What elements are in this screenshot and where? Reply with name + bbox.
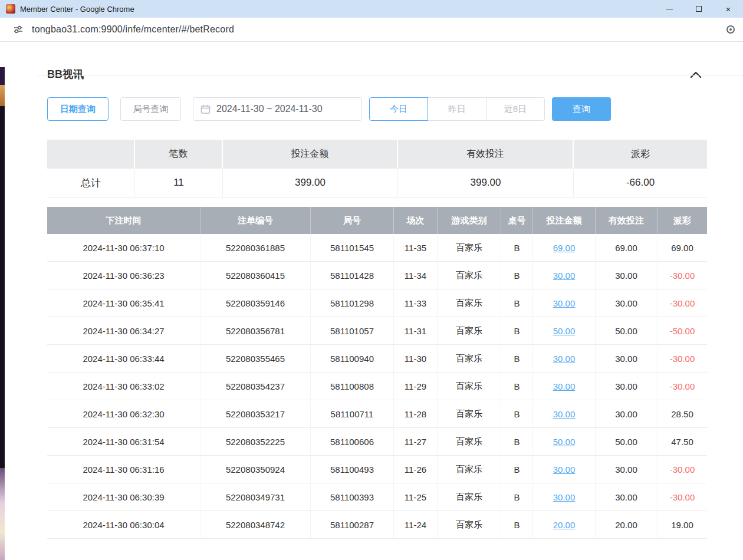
table-cell: -30.00 bbox=[657, 345, 707, 372]
table-cell: 522080356781 bbox=[200, 317, 311, 344]
table-cell: 2024-11-30 06:32:30 bbox=[47, 400, 200, 427]
summary-bet-amount: 399.00 bbox=[223, 169, 398, 197]
table-cell: 581101057 bbox=[311, 317, 394, 344]
table-cell: 522080355465 bbox=[200, 345, 311, 372]
date-range-input[interactable]: 2024-11-30 ~ 2024-11-30 bbox=[193, 97, 362, 121]
table-cell: 30.00 bbox=[596, 400, 657, 427]
summary-header-cell: 有效投注 bbox=[398, 140, 574, 169]
table-cell: 581100606 bbox=[311, 428, 394, 455]
minimize-button[interactable] bbox=[655, 0, 684, 18]
table-cell: 581100711 bbox=[311, 400, 394, 427]
cell-bet-amount: 30.00 bbox=[533, 262, 596, 289]
bet-amount-link[interactable]: 69.00 bbox=[553, 243, 576, 253]
maximize-icon bbox=[696, 6, 702, 12]
bet-amount-link[interactable]: 30.00 bbox=[553, 298, 576, 308]
filter-toolbar: 日期查询 局号查询 2024-11-30 ~ 2024-11-30 今日 昨日 … bbox=[47, 97, 743, 121]
table-cell: 2024-11-30 06:36:23 bbox=[47, 262, 200, 289]
cell-bet-amount: 50.00 bbox=[533, 317, 596, 344]
table-cell: 30.00 bbox=[596, 456, 657, 483]
collapse-chevron-icon[interactable] bbox=[690, 71, 706, 78]
bet-amount-link[interactable]: 20.00 bbox=[553, 520, 576, 530]
table-cell: 2024-11-30 06:30:04 bbox=[47, 511, 200, 538]
table-cell: 69.00 bbox=[657, 234, 707, 261]
table-cell: 2024-11-30 06:34:27 bbox=[47, 317, 200, 344]
bet-amount-link[interactable]: 30.00 bbox=[553, 271, 576, 281]
window-title: Member Center - Google Chrome bbox=[20, 5, 134, 14]
bet-amount-link[interactable]: 30.00 bbox=[553, 465, 576, 475]
cell-bet-amount: 20.00 bbox=[533, 511, 596, 538]
table-cell: 19.00 bbox=[657, 511, 707, 538]
table-cell: 2024-11-30 06:31:16 bbox=[47, 456, 200, 483]
table-cell: 581100493 bbox=[311, 456, 394, 483]
url-text[interactable]: tongbao31.com:9900/infe/mcenter/#/betRec… bbox=[32, 24, 234, 35]
quick-yesterday-button[interactable]: 昨日 bbox=[428, 97, 486, 121]
summary-count: 11 bbox=[135, 169, 223, 197]
table-row: 2024-11-30 06:30:39522080349731581100393… bbox=[47, 483, 707, 511]
bet-amount-link[interactable]: 50.00 bbox=[553, 437, 576, 447]
cell-bet-amount: 50.00 bbox=[533, 428, 596, 455]
table-cell: B bbox=[501, 511, 533, 538]
table-cell: 11-27 bbox=[394, 428, 438, 455]
date-range-value: 2024-11-30 ~ 2024-11-30 bbox=[216, 104, 323, 114]
table-cell: 百家乐 bbox=[438, 262, 501, 289]
table-row: 2024-11-30 06:35:41522080359146581101298… bbox=[47, 289, 707, 317]
summary-header-row: 笔数 投注金额 有效投注 派彩 bbox=[47, 140, 707, 169]
table-cell: 581101298 bbox=[311, 289, 394, 317]
table-cell: 522080361885 bbox=[200, 234, 311, 261]
bet-amount-link[interactable]: 30.00 bbox=[553, 409, 576, 419]
summary-header-cell: 笔数 bbox=[135, 140, 223, 169]
table-cell: 11-26 bbox=[394, 456, 438, 483]
table-cell: 百家乐 bbox=[438, 456, 501, 483]
table-cell: 50.00 bbox=[596, 428, 657, 455]
maximize-button[interactable] bbox=[684, 0, 714, 18]
quick-today-button[interactable]: 今日 bbox=[369, 97, 428, 121]
background-decoration bbox=[0, 67, 5, 85]
table-cell: 522080354237 bbox=[200, 373, 311, 400]
browser-action-icon[interactable] bbox=[726, 25, 735, 34]
table-cell: 522080349731 bbox=[200, 483, 311, 510]
table-cell: 581100287 bbox=[311, 511, 394, 538]
table-cell: 百家乐 bbox=[438, 317, 501, 344]
search-button[interactable]: 查询 bbox=[552, 97, 611, 121]
table-cell: B bbox=[501, 483, 533, 510]
cell-bet-amount: 30.00 bbox=[533, 373, 596, 400]
summary-payout: -66.00 bbox=[574, 169, 707, 197]
table-header-cell: 下注时间 bbox=[47, 207, 200, 234]
table-cell: B bbox=[501, 373, 533, 400]
close-button[interactable]: × bbox=[714, 0, 743, 18]
table-cell: 百家乐 bbox=[438, 289, 501, 317]
table-cell: 20.00 bbox=[596, 511, 657, 538]
bet-amount-link[interactable]: 30.00 bbox=[553, 354, 576, 364]
table-cell: 11-24 bbox=[394, 511, 438, 538]
table-row: 2024-11-30 06:31:16522080350924581100493… bbox=[47, 456, 707, 483]
table-header-cell: 注单编号 bbox=[200, 207, 311, 234]
bet-amount-link[interactable]: 50.00 bbox=[553, 326, 576, 336]
table-cell: 11-28 bbox=[394, 400, 438, 427]
calendar-icon bbox=[200, 104, 211, 114]
table-row: 2024-11-30 06:32:30522080353217581100711… bbox=[47, 400, 707, 428]
table-cell: 2024-11-30 06:37:10 bbox=[47, 234, 200, 261]
table-cell: B bbox=[501, 234, 533, 261]
bet-amount-link[interactable]: 30.00 bbox=[553, 492, 576, 502]
table-cell: B bbox=[501, 400, 533, 427]
summary-header-cell bbox=[47, 140, 135, 169]
summary-header-cell: 投注金额 bbox=[223, 140, 398, 169]
table-cell: 30.00 bbox=[596, 483, 657, 510]
browser-url-bar[interactable]: tongbao31.com:9900/infe/mcenter/#/betRec… bbox=[0, 18, 743, 42]
top-divider bbox=[37, 75, 743, 75]
table-header-cell: 游戏类别 bbox=[438, 207, 501, 234]
table-cell: 47.50 bbox=[657, 428, 707, 455]
section-title: BB视讯 bbox=[47, 67, 84, 81]
bet-amount-link[interactable]: 30.00 bbox=[553, 381, 576, 391]
table-cell: B bbox=[501, 456, 533, 483]
table-cell: 11-33 bbox=[394, 289, 438, 317]
date-query-button[interactable]: 日期查询 bbox=[47, 97, 109, 121]
table-row: 2024-11-30 06:31:54522080352225581100606… bbox=[47, 428, 707, 456]
bet-table-body: 2024-11-30 06:37:10522080361885581101545… bbox=[47, 234, 707, 539]
round-query-button[interactable]: 局号查询 bbox=[120, 97, 181, 121]
table-cell: 2024-11-30 06:35:41 bbox=[47, 289, 200, 317]
table-cell: 522080359146 bbox=[200, 289, 311, 317]
quick-8days-button[interactable]: 近8日 bbox=[486, 97, 545, 121]
table-cell: 11-30 bbox=[394, 345, 438, 372]
site-info-icon[interactable] bbox=[13, 24, 24, 35]
